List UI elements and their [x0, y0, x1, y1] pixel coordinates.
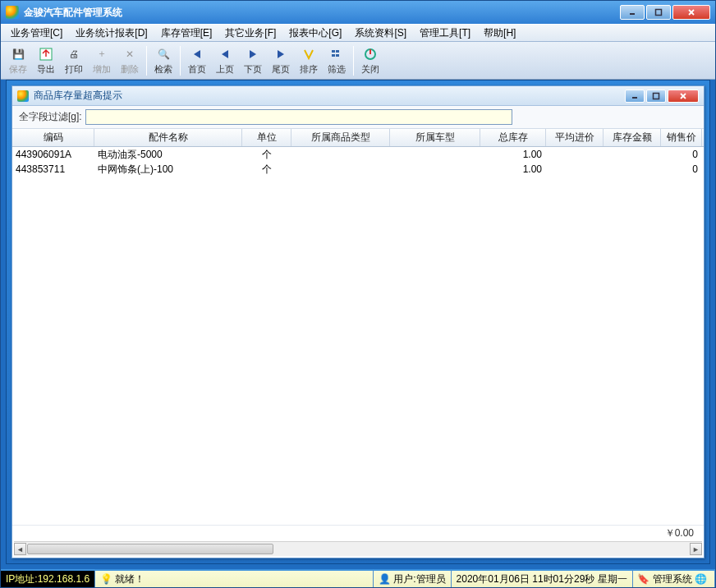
toolbar-separator — [180, 46, 181, 76]
inner-titlebar[interactable]: 商品库存量超高提示 — [12, 86, 704, 106]
menu-business[interactable]: 业务管理[C] — [4, 25, 69, 42]
save-icon: 💾 — [10, 46, 26, 62]
cell-code: 443853711 — [12, 163, 94, 175]
filter-row: 全字段过滤[g]: — [12, 106, 704, 129]
horizontal-scrollbar[interactable]: ◄ ► — [14, 541, 702, 556]
menu-reports[interactable]: 业务统计报表[D] — [69, 25, 154, 42]
next-icon — [245, 46, 261, 62]
cell-price: 0 — [661, 149, 702, 160]
svg-rect-1 — [656, 10, 662, 16]
inner-window: 商品库存量超高提示 全字段过滤[g]: 编码 配件名称 单位 所属商品类型 所属… — [11, 85, 705, 558]
cell-unit: 个 — [242, 148, 291, 162]
cell-price: 0 — [661, 163, 702, 175]
col-category[interactable]: 所属商品类型 — [291, 129, 390, 146]
print-icon: 🖨 — [66, 46, 82, 62]
status-ready: 💡就绪！ — [95, 571, 374, 587]
col-model[interactable]: 所属车型 — [390, 129, 480, 146]
col-amount[interactable]: 库存金额 — [604, 129, 661, 146]
inner-close-button[interactable] — [668, 90, 699, 103]
filter-input[interactable] — [85, 109, 512, 125]
maximize-button[interactable] — [646, 5, 671, 20]
cell-stock: 1.00 — [480, 149, 546, 160]
first-icon — [189, 46, 205, 62]
total-amount: ￥0.00 — [665, 526, 694, 540]
user-icon: 👤 — [379, 573, 390, 585]
close-tool-button[interactable]: 关闭 — [356, 44, 384, 77]
grid-header: 编码 配件名称 单位 所属商品类型 所属车型 总库存 平均进价 库存金额 销售价 — [12, 129, 704, 147]
filter-button[interactable]: 筛选 — [323, 44, 351, 77]
menu-help[interactable]: 帮助[H] — [477, 25, 522, 42]
status-bar: IP地址: 192.168.1.6 💡就绪！ 👤用户:管理员 2020年01月0… — [1, 569, 715, 587]
filter-label: 全字段过滤[g]: — [19, 110, 82, 124]
prev-page-button[interactable]: 上页 — [211, 44, 239, 77]
add-button[interactable]: ＋增加 — [88, 44, 116, 77]
next-page-button[interactable]: 下页 — [239, 44, 267, 77]
system-icon: 🔖 — [638, 573, 649, 585]
scroll-thumb[interactable] — [27, 544, 273, 554]
print-button[interactable]: 🖨打印 — [60, 44, 88, 77]
toolbar: 💾保存 导出 🖨打印 ＋增加 ✕删除 🔍检索 首页 上页 下页 尾页 排序 筛选… — [1, 42, 715, 80]
add-icon: ＋ — [94, 46, 110, 62]
inner-maximize-button[interactable] — [646, 90, 666, 103]
first-page-button[interactable]: 首页 — [183, 44, 211, 77]
scroll-right-button[interactable]: ► — [690, 543, 702, 555]
cell-unit: 个 — [242, 163, 291, 177]
app-icon — [6, 6, 19, 19]
table-row[interactable]: 443906091A电动油泵-5000个1.000 — [12, 147, 704, 162]
titlebar[interactable]: 金骏汽车配件管理系统 — [1, 1, 715, 24]
menu-report-center[interactable]: 报表中心[G] — [282, 25, 348, 42]
close-button[interactable] — [672, 5, 710, 20]
table-row[interactable]: 443853711中网饰条(上)-100个1.000 — [12, 162, 704, 177]
data-grid: 编码 配件名称 单位 所属商品类型 所属车型 总库存 平均进价 库存金额 销售价… — [12, 129, 704, 558]
col-name[interactable]: 配件名称 — [94, 129, 242, 146]
ready-icon: 💡 — [100, 573, 112, 585]
save-button[interactable]: 💾保存 — [4, 44, 32, 77]
power-icon — [362, 46, 379, 62]
grid-footer: ￥0.00 — [12, 525, 704, 541]
cell-name: 电动油泵-5000 — [94, 148, 242, 162]
export-icon — [38, 46, 54, 62]
scroll-left-button[interactable]: ◄ — [14, 543, 26, 555]
sort-icon — [301, 46, 317, 62]
last-page-button[interactable]: 尾页 — [267, 44, 295, 77]
inner-minimize-button[interactable] — [625, 90, 645, 103]
grid-body[interactable]: 443906091A电动油泵-5000个1.000443853711中网饰条(上… — [12, 147, 704, 525]
delete-icon: ✕ — [122, 46, 138, 62]
status-user: 👤用户:管理员 — [374, 571, 451, 587]
menu-tools[interactable]: 管理工具[T] — [413, 25, 477, 42]
col-avg[interactable]: 平均进价 — [546, 129, 604, 146]
mdi-client: 商品库存量超高提示 全字段过滤[g]: 编码 配件名称 单位 所属商品类型 所属… — [6, 80, 710, 564]
col-stock[interactable]: 总库存 — [480, 129, 546, 146]
minimize-button[interactable] — [620, 5, 645, 20]
main-window: 金骏汽车配件管理系统 业务管理[C] 业务统计报表[D] 库存管理[E] 其它业… — [0, 0, 716, 588]
col-price[interactable]: 销售价 — [661, 129, 702, 146]
status-datetime: 2020年01月06日 11时01分29秒 星期一 — [452, 571, 633, 587]
menu-sysdata[interactable]: 系统资料[S] — [348, 25, 413, 42]
svg-rect-6 — [336, 50, 339, 53]
export-button[interactable]: 导出 — [32, 44, 60, 77]
status-ip: IP地址: 192.168.1.6 — [1, 571, 95, 587]
cell-name: 中网饰条(上)-100 — [94, 163, 242, 177]
filter-icon — [328, 46, 345, 62]
svg-rect-7 — [332, 54, 335, 57]
inner-app-icon — [17, 90, 29, 102]
svg-rect-5 — [332, 50, 335, 53]
window-title: 金骏汽车配件管理系统 — [24, 6, 618, 20]
inner-title: 商品库存量超高提示 — [34, 89, 623, 103]
svg-rect-8 — [336, 54, 339, 57]
menu-inventory[interactable]: 库存管理[E] — [154, 25, 219, 42]
status-system[interactable]: 🔖管理系统 🌐 — [633, 571, 715, 587]
search-icon: 🔍 — [155, 46, 172, 62]
globe-icon: 🌐 — [695, 573, 706, 585]
prev-icon — [217, 46, 233, 62]
menu-bar: 业务管理[C] 业务统计报表[D] 库存管理[E] 其它业务[F] 报表中心[G… — [1, 24, 715, 42]
col-unit[interactable]: 单位 — [242, 129, 291, 146]
sort-button[interactable]: 排序 — [295, 44, 323, 77]
search-button[interactable]: 🔍检索 — [149, 44, 177, 77]
toolbar-separator — [146, 46, 147, 76]
svg-rect-12 — [654, 93, 659, 99]
toolbar-separator — [353, 46, 354, 76]
menu-other[interactable]: 其它业务[F] — [218, 25, 282, 42]
col-code[interactable]: 编码 — [12, 129, 94, 146]
delete-button[interactable]: ✕删除 — [116, 44, 144, 77]
